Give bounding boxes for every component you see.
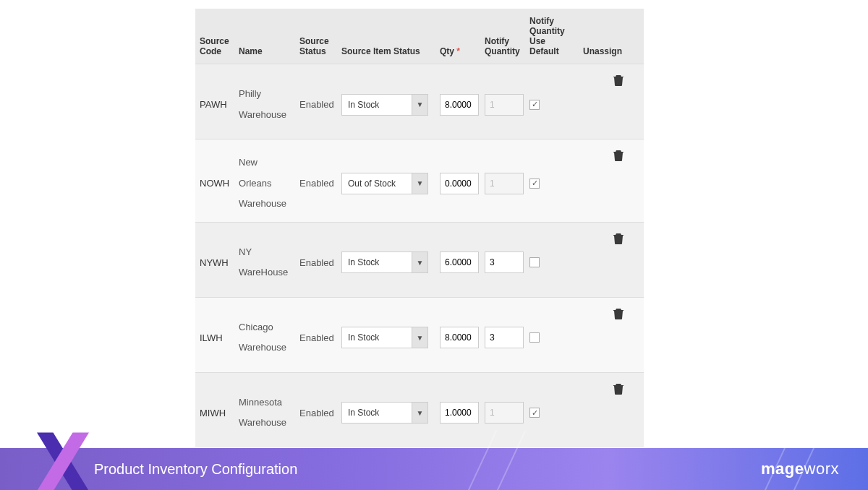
- source-item-status-select[interactable]: In Stock▼: [341, 402, 428, 424]
- qty-input[interactable]: [440, 173, 479, 194]
- cell-qty: [435, 173, 480, 194]
- chevron-down-icon[interactable]: ▼: [412, 252, 427, 272]
- use-default-checkbox[interactable]: ✓: [529, 100, 540, 110]
- cell-use-default: ✓: [525, 408, 579, 418]
- cell-status: Enabled: [295, 332, 337, 343]
- source-item-status-select[interactable]: Out of Stock▼: [341, 173, 428, 194]
- unassign-button[interactable]: [613, 74, 624, 88]
- select-value: In Stock: [342, 100, 412, 110]
- select-value: In Stock: [342, 332, 412, 343]
- unassign-button[interactable]: [613, 233, 624, 246]
- source-item-status-select[interactable]: In Stock▼: [341, 327, 428, 348]
- cell-status: Enabled: [295, 99, 337, 110]
- cell-use-default: [525, 332, 579, 343]
- footer-banner: Product Inventory Configuration mageworx: [0, 448, 868, 490]
- cell-notify: [480, 94, 525, 116]
- cell-qty: [435, 327, 480, 348]
- chevron-down-icon[interactable]: ▼: [412, 327, 427, 348]
- qty-input[interactable]: [440, 94, 479, 116]
- unassign-button[interactable]: [613, 150, 624, 163]
- cell-item-status: In Stock▼: [337, 327, 435, 348]
- cell-qty: [435, 252, 480, 273]
- sources-table: Source Code Name Source Status Source It…: [195, 9, 644, 447]
- cell-source-code: ILWH: [195, 332, 234, 343]
- cell-source-code: NYWH: [195, 257, 234, 268]
- source-item-status-select[interactable]: In Stock▼: [341, 94, 428, 116]
- cell-name: MinnesotaWarehouse: [234, 392, 295, 434]
- use-default-checkbox[interactable]: ✓: [529, 179, 540, 189]
- th-name: Name: [234, 46, 295, 56]
- source-item-status-select[interactable]: In Stock▼: [341, 252, 428, 273]
- notify-qty-input: [485, 173, 524, 194]
- cell-use-default: [525, 257, 579, 267]
- notify-qty-input[interactable]: [485, 252, 524, 273]
- cell-use-default: ✓: [525, 179, 579, 189]
- th-use-default: Notify Quantity Use Default: [525, 16, 579, 56]
- th-unassign: Unassign: [579, 46, 629, 56]
- select-value: In Stock: [342, 408, 412, 418]
- cell-qty: [435, 402, 480, 424]
- th-qty: Qty *: [435, 46, 480, 56]
- table-header: Source Code Name Source Status Source It…: [195, 9, 644, 64]
- use-default-checkbox[interactable]: [529, 332, 540, 343]
- cell-item-status: In Stock▼: [337, 252, 435, 273]
- cell-source-code: PAWH: [195, 99, 234, 110]
- cell-notify: [480, 402, 525, 424]
- unassign-button[interactable]: [613, 308, 624, 322]
- cell-source-code: MIWH: [195, 408, 234, 418]
- cell-item-status: In Stock▼: [337, 94, 435, 116]
- cell-name: NYWareHouse: [234, 242, 295, 283]
- cell-status: Enabled: [295, 257, 337, 268]
- qty-input[interactable]: [440, 327, 479, 348]
- trash-icon: [613, 236, 624, 246]
- trash-icon: [613, 386, 624, 397]
- cell-item-status: Out of Stock▼: [337, 173, 435, 194]
- qty-input[interactable]: [440, 402, 479, 424]
- notify-qty-input[interactable]: [485, 327, 524, 348]
- select-value: Out of Stock: [342, 179, 412, 189]
- trash-icon: [613, 311, 624, 322]
- unassign-button[interactable]: [613, 383, 624, 397]
- cell-notify: [480, 252, 525, 273]
- trash-icon: [613, 77, 624, 88]
- cell-name: New OrleansWarehouse: [234, 152, 295, 215]
- cell-status: Enabled: [295, 178, 337, 189]
- trash-icon: [613, 152, 624, 163]
- cell-source-code: NOWH: [195, 178, 234, 189]
- th-source-status: Source Status: [295, 36, 337, 56]
- footer-title: Product Inventory Configuration: [94, 461, 297, 478]
- chevron-down-icon[interactable]: ▼: [412, 95, 427, 115]
- x-logo-icon: [30, 429, 95, 490]
- th-item-status: Source Item Status: [337, 46, 435, 56]
- table-row: ILWHChicagoWarehouseEnabledIn Stock▼: [195, 297, 644, 372]
- cell-status: Enabled: [295, 408, 337, 418]
- table-row: NYWHNYWareHouseEnabledIn Stock▼: [195, 222, 644, 297]
- notify-qty-input: [485, 94, 524, 116]
- use-default-checkbox[interactable]: ✓: [529, 408, 540, 418]
- cell-notify: [480, 327, 525, 348]
- chevron-down-icon[interactable]: ▼: [412, 403, 427, 423]
- cell-name: PhillyWarehouse: [234, 84, 295, 125]
- cell-name: ChicagoWarehouse: [234, 317, 295, 358]
- table-row: MIWHMinnesotaWarehouseEnabledIn Stock▼✓: [195, 372, 644, 447]
- cell-item-status: In Stock▼: [337, 402, 435, 424]
- notify-qty-input: [485, 402, 524, 424]
- cell-qty: [435, 94, 480, 116]
- cell-use-default: ✓: [525, 100, 579, 110]
- th-notify-qty: Notify Quantity: [480, 36, 525, 56]
- use-default-checkbox[interactable]: [529, 257, 540, 267]
- select-value: In Stock: [342, 257, 412, 267]
- table-row: PAWHPhillyWarehouseEnabledIn Stock▼✓: [195, 64, 644, 139]
- table-row: NOWHNew OrleansWarehouseEnabledOut of St…: [195, 139, 644, 222]
- cell-notify: [480, 173, 525, 194]
- chevron-down-icon[interactable]: ▼: [412, 173, 427, 194]
- qty-input[interactable]: [440, 252, 479, 273]
- th-source-code: Source Code: [195, 36, 234, 56]
